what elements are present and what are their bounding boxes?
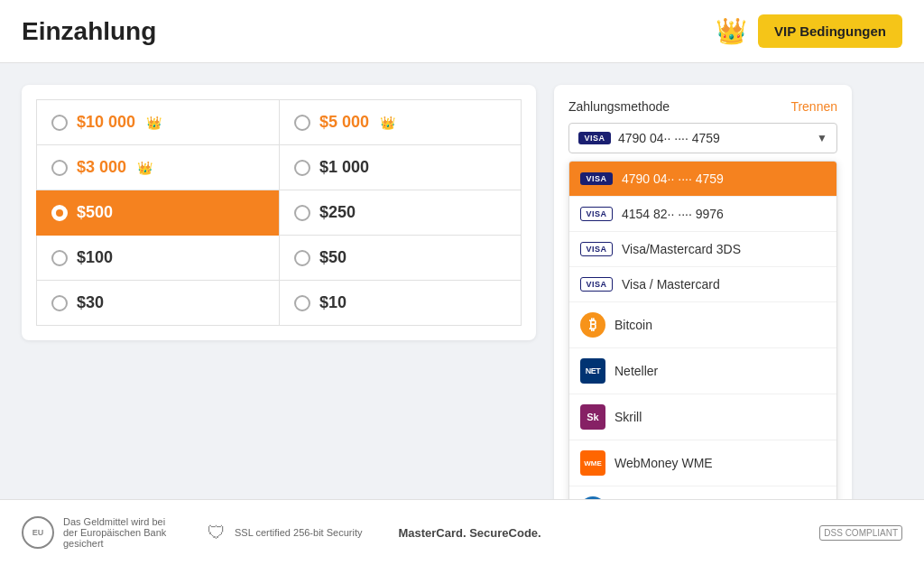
payment-option-p6[interactable]: NETNeteller xyxy=(569,348,836,394)
payment-option-p4[interactable]: VISAVisa / Mastercard xyxy=(569,267,836,302)
amount-label: $30 xyxy=(77,293,104,312)
trennen-link[interactable]: Trennen xyxy=(790,99,837,114)
payment-dropdown-trigger[interactable]: VISA 4790 04·· ···· 4759 ▼ xyxy=(568,123,837,153)
payment-option-text: Skrill xyxy=(614,410,642,424)
vip-crown-icon: 👑 xyxy=(137,161,152,175)
ssl-text: SSL certified 256-bit Security xyxy=(235,527,362,538)
mastercard-footer-item: MasterCard. SecureCode. xyxy=(398,526,541,540)
header-right: 👑 VIP Bedingungen xyxy=(716,14,902,48)
amount-cell-a3[interactable]: $3 000👑 xyxy=(36,145,279,190)
crown-icon: 👑 xyxy=(716,16,747,46)
dropdown-arrow-icon: ▼ xyxy=(817,132,827,144)
eu-text: Das Geldmittel wird bei der Europäischen… xyxy=(63,516,171,549)
amount-grid: $10 000👑$5 000👑$3 000👑$1 000$500$250$100… xyxy=(36,99,522,326)
payment-option-text: Visa/Mastercard 3DS xyxy=(622,242,741,256)
amount-cell-a4[interactable]: $1 000 xyxy=(279,145,522,190)
amount-cell-a6[interactable]: $250 xyxy=(279,190,522,236)
mastercard-logo: MasterCard. SecureCode. xyxy=(398,526,541,540)
radio-circle xyxy=(294,250,310,266)
radio-circle xyxy=(51,115,68,131)
header: Einzahlung 👑 VIP Bedingungen xyxy=(0,0,924,63)
radio-circle xyxy=(51,160,68,176)
ssl-footer-item: 🛡 SSL certified 256-bit Security xyxy=(208,523,362,543)
amount-label: $3 000 xyxy=(77,158,126,177)
radio-circle xyxy=(51,205,68,221)
eu-icon: EU xyxy=(22,516,54,549)
amount-label: $10 xyxy=(319,293,346,312)
amount-cell-a10[interactable]: $10 xyxy=(279,281,522,326)
amount-cell-a1[interactable]: $10 000👑 xyxy=(36,99,279,145)
payment-header: Zahlungsmethode Trennen xyxy=(568,99,837,114)
eu-footer-item: EU Das Geldmittel wird bei der Europäisc… xyxy=(22,516,171,549)
amount-label: $100 xyxy=(77,248,113,267)
payment-option-p1[interactable]: VISA4790 04·· ···· 4759 xyxy=(569,162,836,197)
amount-cell-a5[interactable]: $500 xyxy=(36,190,279,236)
amount-label: $1 000 xyxy=(319,158,369,177)
radio-circle xyxy=(294,205,310,221)
shield-icon: 🛡 xyxy=(208,523,226,543)
visa-icon: VISA xyxy=(580,242,613,256)
payment-panel: Zahlungsmethode Trennen VISA 4790 04·· ·… xyxy=(554,85,852,547)
payment-option-p2[interactable]: VISA4154 82·· ···· 9976 xyxy=(569,197,836,232)
dss-footer-item: DSS COMPLIANT xyxy=(819,525,902,541)
payment-option-p5[interactable]: ₿Bitcoin xyxy=(569,302,836,348)
vip-crown-icon: 👑 xyxy=(380,116,395,130)
amount-label: $500 xyxy=(77,203,113,222)
vip-button[interactable]: VIP Bedingungen xyxy=(758,14,902,48)
visa-icon: VISA xyxy=(580,277,613,292)
payment-option-p7[interactable]: SkSkrill xyxy=(569,394,836,440)
payment-method-label: Zahlungsmethode xyxy=(568,99,670,114)
payment-option-text: Bitcoin xyxy=(614,318,652,332)
bitcoin-icon: ₿ xyxy=(580,312,605,338)
selected-card-text: 4790 04·· ···· 4759 xyxy=(618,131,809,145)
neteller-icon: NET xyxy=(580,358,605,384)
radio-circle xyxy=(51,295,68,311)
eu-label: EU xyxy=(32,528,44,537)
dss-badge: DSS COMPLIANT xyxy=(819,525,902,541)
radio-circle xyxy=(294,115,310,131)
payment-option-text: Visa / Mastercard xyxy=(622,277,720,292)
payment-option-p8[interactable]: WMEWebMoney WME xyxy=(569,440,836,486)
footer-strip: EU Das Geldmittel wird bei der Europäisc… xyxy=(0,499,924,565)
payment-option-text: 4154 82·· ···· 9976 xyxy=(622,207,724,221)
amount-label: $50 xyxy=(319,248,346,267)
radio-circle xyxy=(294,295,310,311)
amount-label: $250 xyxy=(319,203,356,222)
visa-icon: VISA xyxy=(580,207,613,221)
payment-option-text: 4790 04·· ···· 4759 xyxy=(622,171,724,186)
amount-label: $10 000 xyxy=(77,113,135,132)
radio-circle xyxy=(51,250,68,266)
payment-option-text: Neteller xyxy=(614,364,658,378)
amount-cell-a8[interactable]: $50 xyxy=(279,236,522,281)
amount-cell-a9[interactable]: $30 xyxy=(36,281,279,326)
radio-circle xyxy=(294,160,310,176)
payment-dropdown-list: VISA4790 04·· ···· 4759VISA4154 82·· ···… xyxy=(568,161,837,533)
amount-panel: $10 000👑$5 000👑$3 000👑$1 000$500$250$100… xyxy=(22,85,536,340)
visa-icon: VISA xyxy=(580,172,613,185)
amount-label: $5 000 xyxy=(319,113,369,132)
skrill-icon: Sk xyxy=(580,404,605,430)
payment-option-text: WebMoney WME xyxy=(614,456,713,470)
webmoney-wme-icon: WME xyxy=(580,450,605,476)
page-title: Einzahlung xyxy=(22,17,156,46)
payment-option-p3[interactable]: VISAVisa/Mastercard 3DS xyxy=(569,232,836,267)
amount-cell-a7[interactable]: $100 xyxy=(36,236,279,281)
main-content: $10 000👑$5 000👑$3 000👑$1 000$500$250$100… xyxy=(0,63,924,565)
vip-crown-icon: 👑 xyxy=(146,116,162,130)
amount-cell-a2[interactable]: $5 000👑 xyxy=(279,99,522,145)
visa-badge-trigger: VISA xyxy=(578,132,611,144)
